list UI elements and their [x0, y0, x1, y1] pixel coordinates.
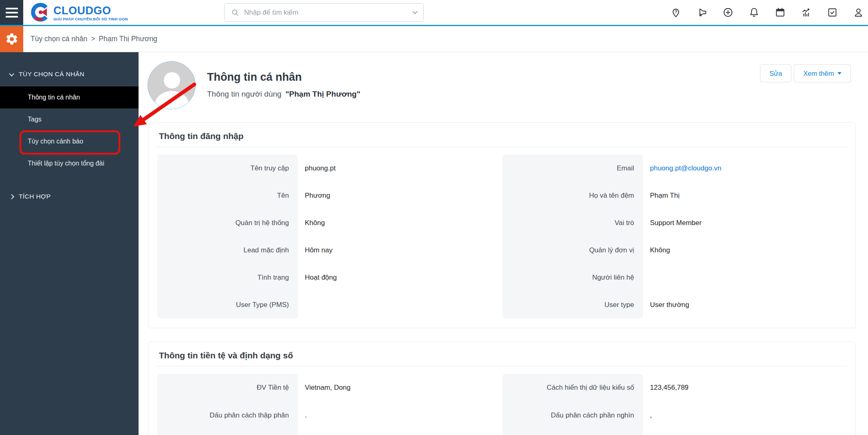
more-button[interactable]: Xem thêm [794, 64, 851, 82]
field-value: , [643, 402, 847, 429]
hamburger-menu-icon[interactable] [0, 0, 23, 25]
cloudgo-logo-icon [30, 2, 50, 24]
chevron-down-icon [9, 71, 14, 76]
breadcrumb: Tùy chọn cá nhân > Phạm Thị Phương [31, 26, 157, 52]
main-content: Thông tin cá nhân Thông tin người dùng"P… [139, 52, 868, 435]
sidebar-section-label: TÍCH HỢP [19, 193, 51, 200]
svg-text:?: ? [674, 10, 677, 14]
field-value [298, 291, 502, 318]
breadcrumb-bar: Tùy chọn cá nhân > Phạm Thị Phương [0, 26, 868, 52]
user-icon[interactable] [853, 7, 864, 18]
card-title: Thông tin tiền tệ và định dạng số [148, 342, 855, 361]
field-label: Vai trò [502, 209, 643, 236]
field-value: User thường [643, 291, 847, 318]
field-value: phuong.pt [298, 155, 502, 182]
login-info-card: Thông tin đăng nhập Tên truy cậpTênQuản … [148, 122, 856, 328]
field-label: Dấu phân cách thập phân [157, 402, 298, 429]
sidebar-section-label: TÙY CHỌN CÁ NHÂN [19, 71, 84, 78]
edit-button[interactable]: Sửa [760, 64, 791, 82]
search-icon [231, 9, 239, 17]
topbar-icons: ? [670, 7, 864, 18]
sidebar-item-annotated[interactable]: Tùy chọn cảnh báo [0, 130, 139, 152]
search-input[interactable] [244, 9, 413, 17]
logo-tagline: GIẢI PHÁP CHUYỂN ĐỔI SỐ TINH GỌN [53, 17, 128, 21]
help-pin-icon[interactable]: ? [670, 7, 681, 18]
label-panel: Tên truy cậpTênQuản trị hệ thốngLead mặc… [157, 155, 298, 318]
field-label: Email [502, 155, 643, 182]
field-label: Quản trị hệ thống [157, 209, 298, 236]
sidebar-item[interactable]: Thông tin cá nhân [0, 86, 139, 108]
sidebar-nav: TÙY CHỌN CÁ NHÂNThông tin cá nhânTagsTùy… [0, 52, 139, 435]
field-value-email-link[interactable]: phuong.pt@cloudgo.vn [643, 155, 847, 182]
currency-format-card: Thông tin tiền tệ và định dạng số ĐV Tiề… [148, 342, 856, 435]
field-label: Họ và tên đệm [502, 182, 643, 209]
field-value: Không [298, 209, 502, 236]
page-title: Thông tin cá nhân [207, 71, 302, 84]
top-bar: CLOUDGO GIẢI PHÁP CHUYỂN ĐỔI SỐ TINH GỌN… [0, 0, 868, 26]
field-value: Vietnam, Dong [298, 374, 502, 402]
breadcrumb-separator: > [91, 35, 95, 43]
divider [156, 147, 847, 147]
sidebar-item[interactable]: Thiết lập tùy chọn tổng đài [0, 152, 139, 174]
header-actions: Sửa Xem thêm [760, 64, 851, 82]
field-label: User Type (PMS) [157, 291, 298, 318]
field-value: Phương [298, 182, 502, 209]
breadcrumb-parent[interactable]: Tùy chọn cá nhân [31, 35, 87, 43]
field-value: Phạm Thị [643, 182, 847, 209]
card-title: Thông tin đăng nhập [148, 123, 855, 141]
field-label: Lead mặc định [157, 236, 298, 264]
user-avatar [148, 61, 196, 109]
sidebar-item[interactable]: Tags [0, 108, 139, 130]
app-logo[interactable]: CLOUDGO GIẢI PHÁP CHUYỂN ĐỔI SỐ TINH GỌN [30, 2, 128, 24]
sidebar-section-header[interactable]: TÍCH HỢP [0, 188, 139, 205]
caret-down-icon [837, 72, 842, 75]
field-label: Dấu phân cách phần nghìn [502, 402, 643, 429]
field-value: . [298, 402, 502, 429]
field-value: Hoạt động [298, 264, 502, 291]
field-label: ĐV Tiền tệ [157, 374, 298, 402]
field-label: User type [502, 291, 643, 318]
field-label: Người liên hệ [502, 264, 643, 291]
field-value: Support Member [643, 209, 847, 236]
field-label: Quản lý đơn vị [502, 236, 643, 264]
logo-wordmark: CLOUDGO [53, 5, 128, 16]
label-panel: ĐV Tiền tệDấu phân cách thập phân [157, 374, 298, 435]
field-label: Tình trạng [157, 264, 298, 291]
field-label: Tên truy cập [157, 155, 298, 182]
label-panel: Cách hiển thị dữ liệu kiểu sốDấu phân cá… [502, 374, 643, 435]
sidebar-section-header[interactable]: TÙY CHỌN CÁ NHÂN [0, 65, 139, 83]
plus-circle-icon[interactable] [723, 7, 734, 18]
megaphone-icon[interactable] [696, 7, 707, 18]
page-subtitle: Thông tin người dùng"Phạm Thị Phương" [207, 90, 360, 99]
search-dropdown-chevron-icon[interactable] [412, 9, 418, 14]
field-value: Hôm nay [298, 236, 502, 264]
global-search[interactable] [224, 3, 424, 22]
field-value [643, 264, 847, 291]
analytics-icon[interactable] [801, 7, 812, 18]
field-value: Không [643, 236, 847, 264]
subtitle-prefix: Thông tin người dùng [207, 90, 282, 98]
chevron-right-icon [9, 194, 14, 199]
subtitle-username: "Phạm Thị Phương" [286, 90, 361, 98]
settings-gear-icon[interactable] [0, 26, 23, 52]
field-label: Tên [157, 182, 298, 209]
calendar-icon[interactable] [775, 7, 786, 18]
field-label: Cách hiển thị dữ liệu kiểu số [502, 374, 643, 402]
tasks-icon[interactable] [827, 7, 838, 18]
label-panel: EmailHọ và tên đệmVai tròQuản lý đơn vịN… [502, 155, 643, 318]
bell-icon[interactable] [749, 7, 760, 18]
divider [156, 366, 847, 367]
breadcrumb-current: Phạm Thị Phương [99, 35, 157, 43]
field-value: 123,456,789 [643, 374, 847, 402]
